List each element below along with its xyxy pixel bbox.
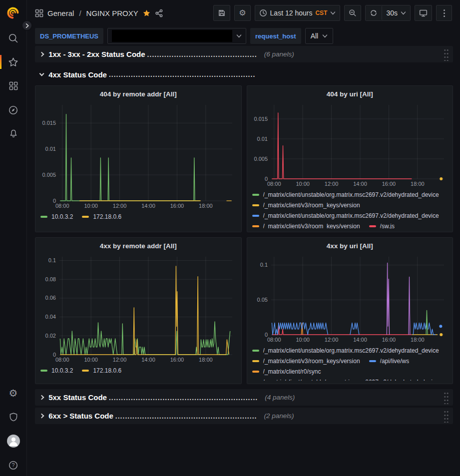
- svg-text:0: 0: [53, 198, 56, 204]
- svg-text:08:00: 08:00: [55, 203, 69, 209]
- svg-text:10:00: 10:00: [296, 181, 310, 187]
- svg-text:14:00: 14:00: [141, 203, 155, 209]
- main-area: General / NGINX PROXY: [27, 0, 460, 476]
- panel-title[interactable]: 404 by uri [All]: [252, 89, 448, 101]
- svg-text:14:00: 14:00: [141, 357, 155, 363]
- sidebar-item-alerting[interactable]: [0, 128, 27, 140]
- panel-4xx-by-remote-addr: 4xx by remote addr [All] 08:0010:0012:00…: [35, 237, 242, 384]
- legend-swatch-icon: [252, 194, 259, 196]
- sidebar-item-explore[interactable]: [0, 104, 27, 116]
- row-drag-handle[interactable]: [444, 410, 449, 423]
- sidebar-item-configuration[interactable]: ⚙: [0, 387, 27, 399]
- legend-item[interactable]: 172.18.0.6: [82, 211, 121, 222]
- panel-title[interactable]: 404 by remote addr [All]: [40, 89, 236, 101]
- sidebar-expand-button[interactable]: [21, 20, 32, 31]
- avatar: [7, 435, 20, 448]
- bell-icon: [8, 129, 18, 139]
- svg-text:0.1: 0.1: [260, 262, 267, 268]
- variable-request-host-select[interactable]: All: [305, 28, 334, 44]
- legend-label: /_matrix/client/v3/room_keys/version: [263, 358, 360, 365]
- row-title: 6xx > Status Code: [48, 412, 113, 420]
- dashboard-settings-button[interactable]: ⚙: [234, 5, 250, 21]
- svg-text:18:00: 18:00: [199, 357, 213, 363]
- legend-label: 10.0.3.2: [51, 213, 73, 220]
- legend-item[interactable]: /api/live/ws: [369, 356, 410, 366]
- gear-icon: ⚙: [239, 9, 246, 17]
- gear-icon: ⚙: [9, 388, 18, 398]
- svg-text:0.1: 0.1: [48, 257, 56, 263]
- share-icon[interactable]: [155, 9, 163, 17]
- row-1xx-3xx-2xx[interactable]: 1xx - 3xx - 2xx Status Code ............…: [35, 46, 453, 62]
- sidebar-item-server-admin[interactable]: [0, 411, 27, 423]
- legend-swatch-icon: [252, 371, 259, 373]
- legend-item[interactable]: /_matrix/client/unstable/org.matrix.msc2…: [252, 345, 439, 356]
- legend-swatch-icon: [82, 216, 89, 218]
- chevron-down-icon: [39, 71, 44, 76]
- legend-item[interactable]: /_matrix/client/v3/room_keys/version: [252, 200, 360, 210]
- legend-item[interactable]: /_matrix/client/v3/room_keys/version: [252, 221, 360, 229]
- clock-icon: [259, 9, 267, 17]
- legend-swatch-icon: [82, 370, 89, 372]
- legend-swatch-icon: [252, 225, 259, 227]
- svg-text:18:00: 18:00: [411, 337, 425, 343]
- row-title-dots: ........................................…: [147, 50, 257, 58]
- row-drag-handle[interactable]: [444, 48, 449, 61]
- compass-icon: [8, 105, 18, 115]
- timeseries-chart[interactable]: 08:0010:0012:0014:0016:0018:0000.0050.01…: [252, 101, 450, 188]
- grafana-logo[interactable]: [0, 7, 27, 19]
- sidebar-item-profile[interactable]: [0, 435, 27, 447]
- legend-swatch-icon: [252, 350, 259, 352]
- sidebar-item-dashboards[interactable]: [0, 80, 27, 92]
- breadcrumb-section[interactable]: General: [47, 9, 74, 17]
- timeseries-chart[interactable]: 08:0010:0012:0014:0016:0018:0000.050.1: [252, 253, 450, 344]
- panel-title[interactable]: 4xx by uri [All]: [252, 241, 448, 253]
- variable-ds-select[interactable]: [107, 28, 246, 44]
- star-icon: [8, 57, 18, 67]
- search-icon: [8, 33, 18, 43]
- sidebar-item-help[interactable]: ?: [0, 459, 27, 471]
- save-dashboard-button[interactable]: [213, 5, 230, 21]
- svg-text:0.08: 0.08: [45, 276, 56, 282]
- legend-item[interactable]: /_matrix/client/unstable/org.matrix.msc2…: [252, 210, 439, 221]
- svg-text:08:00: 08:00: [55, 357, 69, 363]
- svg-text:0.005: 0.005: [254, 156, 268, 162]
- sidebar-item-starred[interactable]: [0, 56, 27, 68]
- legend-item[interactable]: /_matrix/client/r0/sync: [252, 366, 321, 377]
- legend-item[interactable]: /_matrix/client/unstable/org.matrix.msc2…: [252, 189, 439, 200]
- sidebar: ⚙ ?: [0, 0, 27, 476]
- row-6xx[interactable]: 6xx > Status Code ......................…: [35, 408, 453, 424]
- legend-item[interactable]: /sw.js: [369, 221, 395, 229]
- timeseries-chart[interactable]: 08:0010:0012:0014:0016:0018:0000.0050.01…: [40, 101, 238, 210]
- svg-text:18:00: 18:00: [411, 181, 425, 187]
- timeseries-chart[interactable]: 08:0010:0012:0014:0016:0018:0000.020.040…: [40, 253, 238, 364]
- chevron-right-icon: [39, 51, 44, 56]
- legend-label: /_matrix/client/v3/room_keys/version: [263, 223, 360, 229]
- legend-item[interactable]: /_matrix/client/v3/room_keys/version: [252, 356, 360, 366]
- legend-item[interactable]: 172.18.0.6: [82, 365, 121, 376]
- row-4xx-header[interactable]: 4xx Status Code ........................…: [35, 66, 453, 82]
- page-title[interactable]: NGINX PROXY: [86, 9, 138, 17]
- kebab-menu-button[interactable]: [436, 5, 452, 21]
- legend-swatch-icon: [369, 225, 376, 227]
- legend-item[interactable]: /_matrix/client/unstable/org.matrix.msc2…: [252, 377, 439, 381]
- sidebar-item-search[interactable]: [0, 32, 27, 44]
- legend-item[interactable]: 10.0.3.2: [40, 365, 73, 376]
- time-range-picker[interactable]: Last 12 hours CST: [255, 5, 341, 21]
- refresh-interval-dropdown[interactable]: 30s: [382, 5, 410, 20]
- row-drag-handle[interactable]: [444, 391, 449, 404]
- row-panel-count: (2 panels): [264, 412, 294, 420]
- apps-grid-icon: [8, 81, 18, 91]
- legend-item[interactable]: 10.0.3.2: [40, 211, 73, 222]
- panel-title[interactable]: 4xx by remote addr [All]: [40, 241, 236, 253]
- variable-request-host-value: All: [311, 32, 319, 40]
- svg-text:10:00: 10:00: [84, 203, 98, 209]
- refresh-interval-label: 30s: [386, 9, 398, 17]
- zoom-out-button[interactable]: [344, 5, 361, 21]
- row-title-dots: ........................................…: [109, 394, 258, 402]
- legend-swatch-icon: [40, 370, 47, 372]
- refresh-button[interactable]: [366, 5, 382, 20]
- svg-text:0.01: 0.01: [257, 136, 267, 142]
- favorite-star-icon[interactable]: [142, 9, 151, 17]
- row-5xx[interactable]: 5xx Status Code ........................…: [35, 389, 453, 406]
- cycle-view-mode-button[interactable]: [415, 5, 432, 21]
